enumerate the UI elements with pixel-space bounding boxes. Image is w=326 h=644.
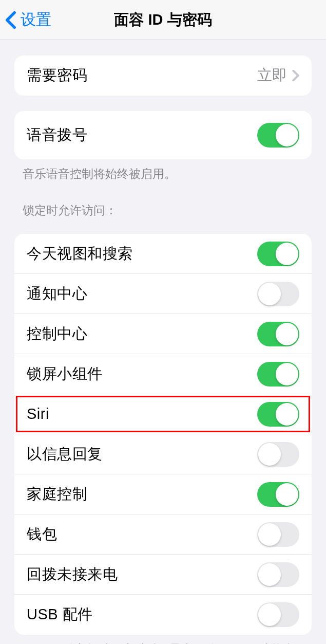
lock-item-row: 控制中心 [14,314,312,354]
lock-item-toggle[interactable] [257,362,299,387]
lock-item-label: Siri [27,406,49,422]
content-area: 需要密码 立即 语音拨号 音乐语音控制将始终被启用。 锁定时允许访问： 今天视图… [0,56,326,644]
voice-dial-group: 语音拨号 [14,111,312,159]
lock-item-toggle[interactable] [257,242,299,266]
lock-item-toggle[interactable] [257,282,299,306]
lock-item-toggle[interactable] [257,482,299,507]
lock-section-footer: iPhone 锁定超过一小时后，需先解锁 iPhone 才能允许 USB 配件连… [23,641,303,644]
lock-item-row: USB 配件 [14,595,312,635]
toggle-knob [276,363,298,385]
lock-item-row: 今天视图和搜索 [14,234,312,274]
voice-dial-footer: 音乐语音控制将始终被启用。 [23,165,303,182]
toggle-knob [258,283,281,305]
lock-item-label: USB 配件 [27,604,93,625]
passcode-group: 需要密码 立即 [14,56,312,96]
voice-dial-toggle[interactable] [257,123,299,148]
lock-item-toggle[interactable] [257,442,299,467]
lock-item-label: 锁屏小组件 [27,364,103,384]
require-passcode-row[interactable]: 需要密码 立即 [14,56,312,96]
chevron-left-icon [5,11,16,29]
lock-item-toggle[interactable] [257,562,299,587]
lock-item-row: 锁屏小组件 [14,354,312,394]
toggle-knob [276,403,298,426]
page-title: 面容 ID 与密码 [114,10,212,30]
lock-item-toggle[interactable] [257,602,299,627]
toggle-knob [258,603,281,626]
lock-item-label: 钱包 [27,524,57,545]
toggle-knob [276,323,298,345]
toggle-knob [258,563,281,586]
lock-item-label: 以信息回复 [27,444,103,465]
lock-item-toggle[interactable] [257,522,299,547]
lock-item-toggle[interactable] [257,322,299,346]
require-passcode-label: 需要密码 [27,65,87,86]
lock-item-row: 回拨未接来电 [14,555,312,595]
lock-item-row: 通知中心 [14,274,312,314]
voice-dial-row: 语音拨号 [14,111,312,159]
require-passcode-value: 立即 [257,65,287,86]
chevron-right-icon [292,70,299,81]
lock-item-label: 回拨未接来电 [27,564,118,585]
toggle-knob [276,483,298,506]
lock-item-row: 以信息回复 [14,434,312,474]
toggle-knob [258,443,281,466]
toggle-knob [258,523,281,546]
lock-item-row: Siri [14,394,312,434]
voice-dial-label: 语音拨号 [27,125,87,145]
lock-item-label: 控制中心 [27,324,87,344]
lock-item-label: 家庭控制 [27,484,87,505]
lock-item-row: 家庭控制 [14,474,312,514]
back-label: 设置 [21,9,51,30]
navigation-header: 设置 面容 ID 与密码 [0,0,326,40]
toggle-knob [276,243,298,265]
toggle-knob [276,124,298,146]
lock-item-label: 通知中心 [27,284,87,304]
lock-item-toggle[interactable] [257,402,299,427]
lock-access-group: 今天视图和搜索通知中心控制中心锁屏小组件Siri以信息回复家庭控制钱包回拨未接来… [14,234,312,635]
lock-item-row: 钱包 [14,514,312,555]
row-value-container: 立即 [257,65,299,86]
lock-item-label: 今天视图和搜索 [27,244,133,264]
lock-section-header: 锁定时允许访问： [23,203,303,218]
back-button[interactable]: 设置 [0,9,51,30]
